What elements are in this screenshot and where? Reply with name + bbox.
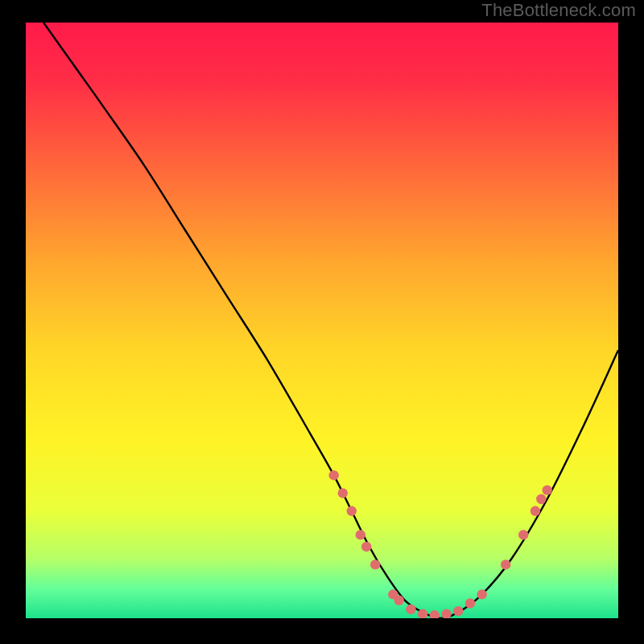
data-point bbox=[465, 598, 475, 608]
bottleneck-curve bbox=[43, 23, 618, 618]
data-point bbox=[477, 589, 487, 599]
data-points bbox=[329, 470, 552, 618]
data-point bbox=[543, 485, 552, 495]
data-point bbox=[338, 488, 348, 497]
data-point bbox=[430, 610, 440, 618]
watermark-label: TheBottleneck.com bbox=[481, 0, 636, 21]
data-point bbox=[329, 470, 339, 480]
plot-area bbox=[26, 23, 618, 618]
data-point bbox=[501, 559, 510, 569]
data-point bbox=[370, 559, 380, 569]
data-point bbox=[530, 506, 540, 516]
chart-container: TheBottleneck.com bbox=[0, 0, 644, 644]
data-point bbox=[441, 609, 451, 618]
data-point bbox=[347, 506, 357, 516]
data-point bbox=[356, 530, 365, 539]
data-point bbox=[394, 596, 404, 605]
data-point bbox=[361, 542, 371, 551]
data-point bbox=[406, 605, 415, 614]
curve-layer bbox=[26, 23, 618, 618]
data-point bbox=[518, 530, 528, 539]
data-point bbox=[536, 494, 546, 504]
data-point bbox=[453, 606, 463, 616]
